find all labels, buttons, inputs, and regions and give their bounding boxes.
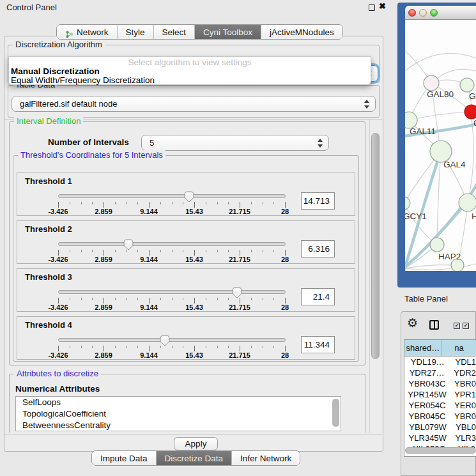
column-layout-icon[interactable] (429, 320, 439, 330)
checkbox-icon[interactable]: ✓ (454, 323, 460, 329)
cyni-mode-tab-bar: Impute DataDiscretize DataInfer Network (91, 450, 300, 466)
tab-infer-network[interactable]: Infer Network (232, 451, 300, 465)
close-traffic-light-icon[interactable] (408, 9, 416, 17)
tab-discretize-data[interactable]: Discretize Data (157, 451, 233, 465)
slider-track[interactable] (58, 194, 286, 198)
slider-thumb[interactable] (160, 335, 170, 346)
slider-thumb[interactable] (123, 239, 134, 250)
close-icon[interactable]: ✖ (379, 1, 386, 11)
minor-tick (172, 346, 173, 348)
tab-cyni-toolbox[interactable]: Cyni Toolbox (195, 25, 261, 39)
node-attribute-table[interactable]: shared… na YDL19…YDL1YDR27…YDR2YBR043CYB… (404, 339, 476, 457)
network-canvas[interactable]: GAL80GACGAL11GAL4GCY1HHAP2 (405, 20, 476, 271)
slider-thumb[interactable] (232, 287, 242, 298)
minimize-traffic-light-icon[interactable] (419, 9, 427, 17)
minor-tick (263, 298, 263, 300)
network-node-gcy1[interactable] (405, 197, 410, 210)
network-node-h[interactable] (459, 194, 476, 211)
minor-tick (228, 298, 229, 300)
table-data-combo[interactable]: galFiltered.sif default node (12, 96, 376, 112)
cell-name: YBL0 (451, 422, 476, 433)
threshold-label: Threshold 4 (25, 320, 72, 330)
tick-label: 28 (281, 256, 289, 263)
minor-tick (217, 298, 218, 300)
attribute-item-betweennesscentrality[interactable]: BetweennessCentrality (16, 420, 341, 431)
checkbox-icon[interactable]: ✓ (463, 323, 469, 329)
panel-scrollbar-track[interactable] (369, 119, 381, 433)
network-node-hap2[interactable] (430, 238, 444, 252)
control-panel: Control Panel ✖ NetworkStyleSelectCyni T… (0, 0, 396, 476)
minor-tick (160, 298, 161, 300)
slider-track[interactable] (58, 338, 286, 342)
discretization-algorithm-group-title: Discretization Algorithm (13, 40, 105, 49)
major-tick (194, 250, 195, 256)
threshold-value-field[interactable]: 6.316 (301, 240, 335, 257)
attribute-item-topologicalcoefficient[interactable]: TopologicalCoefficient (16, 408, 341, 420)
algorithm-option-manual[interactable]: Manual Discretization (11, 66, 100, 76)
node-label: GAL4 (443, 160, 466, 169)
tab-network[interactable]: Network (57, 25, 118, 39)
tick-label: 9.144 (140, 303, 158, 311)
list-scrollbar-thumb[interactable] (332, 399, 339, 427)
minor-tick (70, 250, 70, 252)
threshold-label: Threshold 3 (25, 272, 72, 282)
tab-select[interactable]: Select (154, 25, 196, 39)
algorithm-option-equal-width[interactable]: Equal Width/Frequency Discretization (11, 75, 155, 85)
minor-tick (217, 250, 218, 252)
tab-impute-data[interactable]: Impute Data (92, 451, 157, 465)
tab-label: Impute Data (100, 451, 148, 466)
minor-tick (172, 250, 173, 252)
table-row[interactable]: YBL079WYBL0 (404, 422, 476, 433)
cell-name: YDR2 (449, 367, 476, 378)
table-row[interactable]: YER054CYER0 (404, 400, 476, 411)
number-of-intervals-label: Number of Intervals (48, 137, 129, 147)
network-node-gal80[interactable] (424, 75, 439, 91)
zoom-traffic-light-icon[interactable] (430, 9, 438, 17)
tick-label: 2.859 (95, 351, 112, 359)
slider-track[interactable] (58, 242, 286, 246)
major-tick (149, 298, 150, 303)
network-node-gal4[interactable] (430, 141, 452, 162)
tab-style[interactable]: Style (118, 25, 154, 39)
minor-tick (127, 202, 127, 204)
table-row[interactable]: YPR145WYPR1 (404, 389, 476, 400)
network-view-window[interactable]: GAL80GACGAL11GAL4GCY1HHAP2 (397, 3, 476, 288)
float-window-icon[interactable] (369, 4, 375, 11)
major-tick (285, 298, 286, 303)
slider-thumb[interactable] (184, 191, 194, 203)
column-header-name[interactable]: na (442, 340, 476, 356)
table-row[interactable]: YBR045CYBR0 (404, 411, 476, 422)
tab-label: Network (77, 25, 109, 40)
table-row[interactable]: YBR043CYBR0 (404, 378, 476, 389)
network-node-c[interactable] (464, 105, 476, 119)
attribute-item-selfloops[interactable]: SelfLoops (16, 397, 341, 408)
minor-tick (81, 298, 82, 300)
minor-tick (251, 298, 252, 300)
tick-label: 15.43 (185, 208, 203, 215)
network-node-ga[interactable] (460, 78, 474, 92)
column-header-shared-name[interactable]: shared… (404, 340, 442, 356)
table-row[interactable]: YDR27…YDR2 (404, 367, 476, 378)
table-data-combo-value: galFiltered.sif default node (20, 99, 117, 109)
slider-track[interactable] (58, 290, 286, 294)
node-label: GCY1 (405, 211, 427, 221)
minor-tick (127, 346, 127, 348)
algorithm-popup-hint: Select algorithm to view settings (9, 58, 371, 67)
table-row[interactable]: YDL19…YDL1 (404, 357, 476, 367)
apply-button[interactable]: Apply (174, 437, 218, 450)
tab-jactivemnodules[interactable]: jActiveMNodules (261, 25, 342, 39)
numerical-attributes-list[interactable]: SelfLoopsTopologicalCoefficientBetweenne… (15, 396, 341, 431)
horizontal-scrollbar-thumb[interactable] (405, 447, 476, 454)
threshold-value-field[interactable]: 11.344 (301, 336, 335, 353)
threshold-value-field[interactable]: 14.713 (301, 192, 335, 210)
panel-scrollbar-thumb[interactable] (371, 133, 380, 359)
gear-icon[interactable]: ⚙ (407, 317, 418, 330)
tick-label: 2.859 (95, 256, 112, 263)
network-window-titlebar[interactable] (405, 6, 476, 20)
number-of-intervals-combo[interactable]: 5 (141, 135, 329, 151)
table-row[interactable]: YLR345WYLR3 (404, 433, 476, 443)
network-graph[interactable]: GAL80GACGAL11GAL4GCY1HHAP2 (405, 20, 476, 271)
major-tick (104, 250, 104, 256)
threshold-value-field[interactable]: 21.4 (301, 288, 335, 305)
minor-tick (115, 346, 116, 348)
